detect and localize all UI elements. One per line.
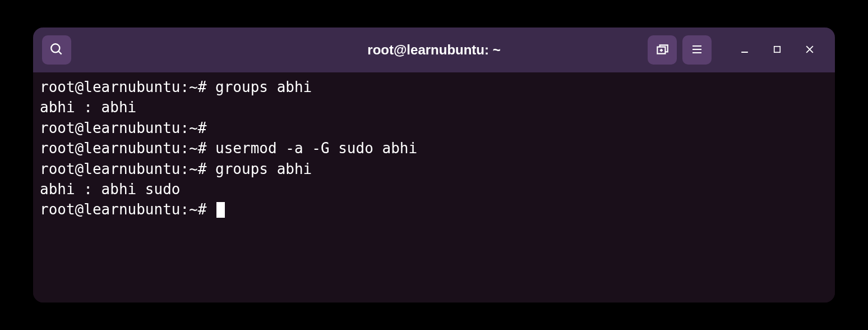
titlebar: root@learnubuntu: ~ bbox=[33, 27, 835, 72]
terminal-window: root@learnubuntu: ~ bbox=[33, 27, 835, 302]
terminal-line: root@learnubuntu:~# usermod -a -G sudo a… bbox=[40, 138, 828, 158]
maximize-icon bbox=[772, 44, 782, 56]
svg-rect-8 bbox=[774, 46, 781, 52]
svg-line-1 bbox=[58, 51, 61, 54]
maximize-button[interactable] bbox=[761, 35, 793, 65]
hamburger-icon bbox=[690, 43, 704, 58]
minimize-icon bbox=[739, 44, 750, 57]
search-icon bbox=[49, 42, 64, 58]
terminal-line: abhi : abhi sudo bbox=[40, 179, 828, 199]
titlebar-right bbox=[648, 35, 826, 65]
window-controls bbox=[728, 35, 826, 65]
new-tab-button[interactable] bbox=[648, 35, 677, 65]
terminal-line: root@learnubuntu:~# bbox=[40, 118, 828, 138]
terminal-prompt: root@learnubuntu:~# bbox=[40, 201, 215, 218]
terminal-line: root@learnubuntu:~# groups abhi bbox=[40, 159, 828, 179]
close-icon bbox=[804, 44, 815, 57]
titlebar-left bbox=[42, 35, 71, 65]
svg-point-0 bbox=[51, 44, 59, 52]
close-button[interactable] bbox=[793, 35, 826, 65]
new-tab-icon bbox=[655, 42, 670, 58]
search-button[interactable] bbox=[42, 35, 71, 65]
terminal-line: abhi : abhi bbox=[40, 97, 828, 117]
minimize-button[interactable] bbox=[728, 35, 761, 65]
terminal-body[interactable]: root@learnubuntu:~# groups abhi abhi : a… bbox=[33, 72, 835, 302]
terminal-line: root@learnubuntu:~# groups abhi bbox=[40, 77, 828, 97]
cursor bbox=[216, 202, 225, 218]
window-title: root@learnubuntu: ~ bbox=[367, 42, 500, 58]
terminal-prompt-line: root@learnubuntu:~# bbox=[40, 199, 828, 219]
hamburger-menu-button[interactable] bbox=[682, 35, 712, 65]
